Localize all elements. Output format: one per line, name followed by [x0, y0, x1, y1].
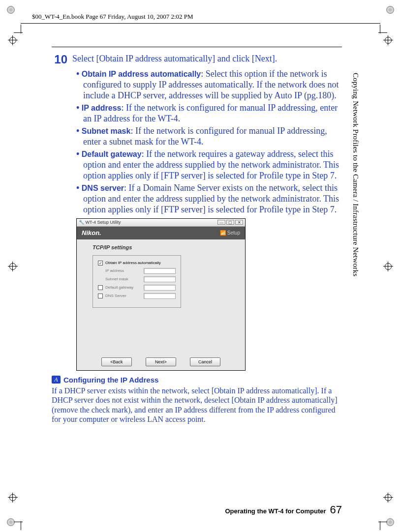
ip-address-label: IP address [105, 268, 144, 273]
next-button[interactable]: Next> [146, 357, 176, 366]
list-item: IP address: If the network is configured… [76, 103, 342, 124]
note-title: Configuring the IP Address [63, 376, 158, 384]
registration-mark [8, 35, 18, 45]
maximize-icon: ▢ [226, 220, 234, 225]
page-number: 67 [330, 503, 342, 516]
default-gateway-checkbox[interactable] [98, 285, 103, 290]
brand-logo: Nikon. [82, 229, 101, 236]
list-item: DNS server: If a Domain Name Server exis… [76, 183, 342, 215]
dns-server-input[interactable] [144, 293, 176, 299]
cancel-button[interactable]: Cancel [190, 357, 220, 366]
binding-hole [7, 518, 15, 526]
default-gateway-input[interactable] [144, 285, 176, 291]
note-icon: A [52, 376, 61, 384]
option-bullets: Obtain IP address automatically: Select … [76, 69, 342, 215]
dns-server-label: DNS Server [105, 294, 144, 298]
minimize-icon: — [217, 220, 225, 225]
section-sidebar-label: Copying Network Profiles to the Camera /… [351, 73, 360, 276]
setup-utility-screenshot: 🔧 WT-4 Setup Utility — ▢ ✕ Nikon. 📶 Setu… [76, 218, 246, 371]
dns-server-checkbox[interactable] [98, 294, 103, 298]
step-row: 10 Select [Obtain IP address automatical… [52, 53, 342, 66]
list-item: Default gateway: If the network requires… [76, 149, 342, 181]
close-icon: ✕ [235, 220, 243, 225]
setup-indicator: 📶 Setup [220, 230, 240, 236]
content-rule [52, 47, 342, 47]
back-button[interactable]: <Back [101, 357, 132, 366]
print-header: $00_WT-4_En.book Page 67 Friday, August … [32, 13, 193, 21]
list-item: Obtain IP address automatically: Select … [76, 69, 342, 101]
list-item: Subnet mask: If the network is configure… [76, 126, 342, 148]
note-body: If a DHCP server exists within the netwo… [52, 386, 342, 424]
page-footer: Operating the WT-4 for Computer 67 [52, 503, 342, 516]
footer-section-label: Operating the WT-4 for Computer [225, 507, 326, 515]
page-content: 10 Select [Obtain IP address automatical… [52, 47, 342, 512]
subnet-mask-label: Subnet mask [105, 277, 144, 281]
tcpip-panel: ✓ Obtain IP address automatically IP add… [93, 255, 181, 308]
registration-mark [383, 35, 393, 45]
binding-hole [386, 518, 394, 526]
obtain-ip-label: Obtain IP address automatically [105, 261, 161, 265]
dialog-title: 🔧 WT-4 Setup Utility [79, 220, 121, 225]
obtain-ip-checkbox[interactable]: ✓ [98, 261, 103, 266]
registration-mark [8, 262, 18, 271]
note-header: A Configuring the IP Address [52, 376, 342, 384]
dialog-titlebar: 🔧 WT-4 Setup Utility — ▢ ✕ [77, 219, 245, 227]
dialog-section-title: TCP/IP settings [93, 244, 232, 250]
step-number: 10 [52, 53, 72, 66]
binding-hole [386, 6, 394, 14]
registration-mark [383, 262, 393, 271]
registration-mark [383, 493, 393, 502]
header-rule [21, 23, 380, 24]
binding-hole [7, 6, 15, 14]
ip-address-input[interactable] [144, 268, 176, 274]
step-instruction: Select [Obtain IP address automatically]… [72, 53, 342, 64]
registration-mark [8, 493, 18, 502]
subnet-mask-input[interactable] [144, 276, 176, 282]
dialog-brand-bar: Nikon. 📶 Setup [77, 227, 245, 239]
default-gateway-label: Default gateway [105, 285, 144, 290]
